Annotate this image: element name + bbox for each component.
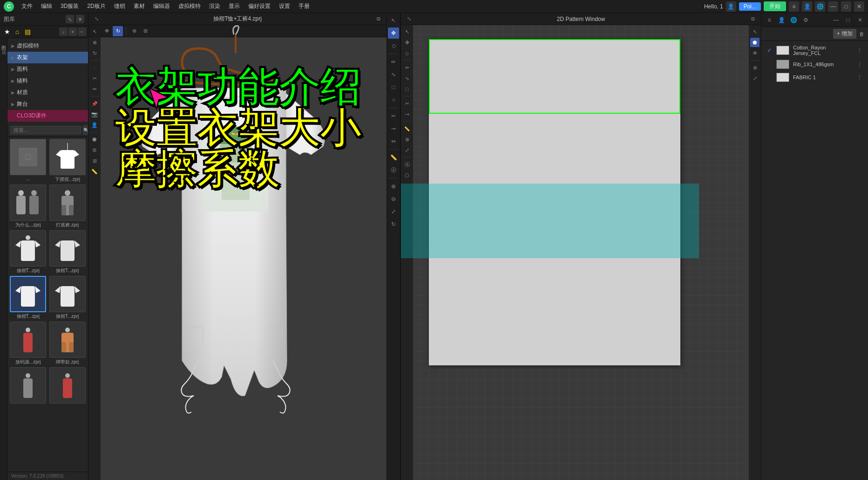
tool2d-right-select[interactable]: ↖ <box>750 27 760 36</box>
2d-view-popout-icon[interactable]: ⧉ <box>749 15 757 23</box>
mid-tool-point[interactable]: ◇ <box>388 40 399 51</box>
fabric-dots-3[interactable]: ⋮ <box>856 74 863 81</box>
mid-tool-rect[interactable]: □ <box>388 82 399 93</box>
tool2d-sew-icon[interactable]: ⊸ <box>402 110 412 119</box>
fabric-dots-1[interactable]: ⋮ <box>856 47 863 54</box>
menu-sewing[interactable]: 缝纫 <box>110 1 129 11</box>
3d-view-popout-icon[interactable]: ⧉ <box>374 15 383 23</box>
tool3d-move-icon[interactable]: ⊕ <box>90 38 99 47</box>
rp-close-icon[interactable]: ✕ <box>855 15 865 25</box>
tool2d-right-zoom[interactable]: ⊕ <box>750 63 760 72</box>
tool3d-pen-icon[interactable]: ✏ <box>90 84 99 94</box>
tool2d-scissors-icon[interactable]: ✂ <box>402 99 412 108</box>
top-expand-icon[interactable]: □ <box>841 1 851 12</box>
mid-tool-zoom-out[interactable]: ⊖ <box>388 193 399 205</box>
list-item[interactable]: 抽褶T...zprj <box>49 276 87 320</box>
list-item[interactable] <box>49 367 87 405</box>
2d-view-expand-icon[interactable]: ⤡ <box>405 15 413 23</box>
mid-tool-fit[interactable]: ⤢ <box>388 206 399 217</box>
sidebar-expand-icon[interactable]: ⤡ <box>66 15 74 23</box>
mid-tool-pen[interactable]: ✏ <box>388 56 399 68</box>
menu-render[interactable]: 渲染 <box>205 1 224 11</box>
tool3d-camera-icon[interactable]: 📷 <box>90 110 99 119</box>
tool3d-rotate-icon[interactable]: ↻ <box>90 48 99 58</box>
tool3d-hanger-icon[interactable]: ⬟ <box>90 135 99 144</box>
tool2d-grade-icon[interactable]: ⬡ <box>402 171 412 180</box>
delete-icon[interactable]: 🗑 <box>859 31 864 37</box>
list-item[interactable] <box>9 367 47 405</box>
mid-tool-sew[interactable]: ⊸ <box>388 123 399 134</box>
rp-expand-icon[interactable]: □ <box>843 15 853 25</box>
mid-tool-measure[interactable]: 📏 <box>388 152 399 163</box>
tool3d-avatar-icon[interactable]: 👤 <box>90 120 99 130</box>
sidebar-download-btn[interactable]: ↓ <box>59 27 68 36</box>
tool3d-scissors-icon[interactable]: ✂ <box>90 74 99 83</box>
mid-tool-scissors[interactable]: ✂ <box>388 110 399 122</box>
sidebar-close-icon[interactable]: ✕ <box>76 15 84 23</box>
view-2d-content[interactable]: ↖ ✥ ◇ ✏ ∿ □ ✂ ⊸ 📏 ⊕ ⤢ Ⓐ ⬡ ↖ ⬟ <box>401 25 761 480</box>
tool2d-right-view[interactable]: 👁 <box>750 48 760 58</box>
top-close-icon[interactable]: ✕ <box>854 1 864 12</box>
sidebar-add-btn[interactable]: + <box>68 27 77 36</box>
tool2d-bezier-icon[interactable]: ∿ <box>402 74 412 83</box>
menu-manual[interactable]: 手册 <box>295 1 313 11</box>
nav-item-hanger[interactable]: ▶ 衣架 <box>7 52 88 63</box>
tool2d-rect-icon[interactable]: □ <box>402 84 412 94</box>
fabric-item-1[interactable]: ✓ Cotton_Rayon Jersey_FCL ⋮ <box>763 43 866 58</box>
menu-editor[interactable]: 编辑器 <box>149 1 174 11</box>
sidebar-tab-folder[interactable]: ▤ <box>22 27 33 37</box>
start-button[interactable]: 开始 <box>764 1 786 11</box>
tool2d-select-icon[interactable]: ↖ <box>402 27 412 36</box>
mid-tool-rotate2d[interactable]: ↻ <box>388 219 399 230</box>
menu-material[interactable]: 素材 <box>130 1 149 11</box>
rp-minus-icon[interactable]: — <box>831 15 841 25</box>
tool2d-point-icon[interactable]: ◇ <box>402 48 412 58</box>
tool2d-right-fit[interactable]: ⤢ <box>750 74 760 83</box>
tool3d-settings-icon[interactable]: ⚙ <box>90 145 99 155</box>
user-avatar-icon[interactable]: 👤 <box>726 1 736 12</box>
list-item[interactable]: □ ... <box>9 139 47 183</box>
list-item[interactable]: 抽褶T...zprj <box>9 276 47 320</box>
tool3d-pin-icon[interactable]: 📌 <box>90 99 99 108</box>
list-item[interactable]: 放码源...zprj <box>9 322 47 365</box>
vert-tab-props[interactable]: 属 <box>0 45 7 48</box>
menu-avatar[interactable]: 虚拟模特 <box>175 1 204 11</box>
list-item[interactable]: 为什么...zprj <box>9 185 47 228</box>
sidebar-tab-home[interactable]: ⌂ <box>12 27 22 37</box>
menu-edit[interactable]: 编辑 <box>37 1 56 11</box>
fabric-item-2[interactable]: ✓ Rib_1X1_486gsm ⋮ <box>763 58 866 71</box>
sidebar-tab-star[interactable]: ★ <box>2 27 12 37</box>
top-minus-icon[interactable]: — <box>828 1 838 12</box>
mid-tool-annotate[interactable]: Ⓐ <box>388 165 399 176</box>
tool2d-zoom-icon[interactable]: ⊕ <box>402 135 412 144</box>
sidebar-remove-btn[interactable]: − <box>78 27 86 36</box>
add-fabric-button[interactable]: + 增加 <box>833 29 856 39</box>
list-item[interactable]: 绑带款.zprj <box>49 322 87 365</box>
menu-preferences[interactable]: 偏好设置 <box>244 1 274 11</box>
tool3d-point-icon[interactable]: · <box>90 63 99 72</box>
fabric-dots-2[interactable]: ⋮ <box>856 61 863 68</box>
nav-item-fabric[interactable]: ▶ 面料 <box>7 63 88 75</box>
vert-tab-library[interactable]: 图 <box>0 40 7 44</box>
nav-item-clo3d-course[interactable]: CLO3D课件 <box>7 110 88 122</box>
poi-button[interactable]: Poi... <box>739 2 761 11</box>
tool2d-move-icon[interactable]: ✥ <box>402 38 412 47</box>
menu-settings[interactable]: 设置 <box>275 1 294 11</box>
mid-tool-move[interactable]: ✥ <box>388 27 399 39</box>
tool2d-fit-icon[interactable]: ⤢ <box>402 145 412 155</box>
nav-item-avatar[interactable]: ▶ 虚拟模特 <box>7 40 88 52</box>
top-globe-icon[interactable]: 🌐 <box>815 1 825 12</box>
mid-tool-circle[interactable]: ○ <box>388 94 399 105</box>
tool3d-grid-icon[interactable]: ⊞ <box>90 156 99 165</box>
list-item[interactable]: 打底裤.zprj <box>49 185 87 228</box>
menu-file[interactable]: 文件 <box>18 1 36 11</box>
3d-view-icon1[interactable]: ⤡ <box>92 15 101 23</box>
menu-display[interactable]: 显示 <box>225 1 244 11</box>
view-3d-content[interactable]: ↖ ⊕ ↻ · ✂ ✏ 📌 📷 👤 ⬟ ⚙ ⊞ 📏 <box>88 25 387 480</box>
top-list-icon[interactable]: ≡ <box>789 1 799 12</box>
mid-tool-select[interactable]: ↖ <box>388 15 399 26</box>
rp-avatar-icon[interactable]: 👤 <box>776 15 787 25</box>
tool3d-measure-icon[interactable]: 📏 <box>90 167 99 176</box>
tool2d-measure-icon[interactable]: 📏 <box>402 124 412 133</box>
nav-item-stage[interactable]: ▶ 舞台 <box>7 98 88 110</box>
